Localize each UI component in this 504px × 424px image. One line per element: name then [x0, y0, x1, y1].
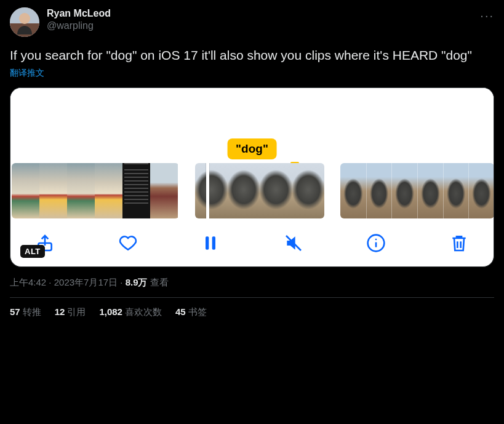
heart-icon[interactable]: [117, 232, 139, 254]
translate-link[interactable]: 翻译推文: [10, 68, 494, 79]
timeline-frame: [228, 163, 260, 218]
views-label: 查看: [148, 277, 169, 287]
timeline-frame: [39, 163, 67, 218]
video-timeline[interactable]: [10, 163, 494, 218]
svg-rect-5: [212, 237, 215, 250]
caption-area: "dog": [10, 138, 494, 163]
svg-rect-4: [206, 237, 209, 250]
mute-icon[interactable]: [282, 232, 305, 254]
likes-stat[interactable]: 1,082喜欢次数: [99, 306, 162, 318]
timeline-frame: [95, 163, 122, 218]
likes-count: 1,082: [99, 306, 122, 317]
meta-row: 上午4:42 · 2023年7月17日 · 8.9万 查看: [10, 277, 494, 289]
stats-row: 57转推 12引用 1,082喜欢次数 45书签: [10, 298, 494, 318]
tweet-date[interactable]: 2023年7月17日: [54, 277, 118, 287]
tweet-container: Ryan McLeod @warpling ··· If you search …: [0, 0, 504, 318]
clip-group-2[interactable]: [195, 163, 324, 218]
timeline-frame: [391, 163, 417, 218]
quotes-stat[interactable]: 12引用: [55, 306, 86, 318]
pause-icon[interactable]: [199, 232, 222, 254]
timeline-frame: [417, 163, 443, 218]
tweet-header: Ryan McLeod @warpling ···: [10, 7, 494, 37]
tweet-text: If you search for "dog" on iOS 17 it'll …: [10, 47, 494, 64]
caption-pill: "dog": [227, 138, 277, 159]
avatar[interactable]: [10, 7, 39, 37]
quotes-label: 引用: [67, 306, 86, 317]
timeline-frame: [366, 163, 392, 218]
handle[interactable]: @warpling: [47, 20, 111, 32]
retweets-count: 57: [10, 306, 20, 317]
timeline-frame: [195, 163, 228, 218]
views-count: 8.9万: [126, 277, 148, 287]
timeline-frame: [122, 163, 150, 218]
svg-point-2: [19, 13, 30, 24]
likes-label: 喜欢次数: [125, 306, 162, 317]
timeline-frame: [468, 163, 494, 218]
media-card[interactable]: "dog": [10, 87, 494, 267]
bookmarks-count: 45: [175, 306, 186, 317]
separator: ·: [118, 277, 126, 287]
timeline-frame: [12, 163, 39, 218]
more-icon[interactable]: ···: [478, 6, 497, 25]
author-names: Ryan McLeod @warpling: [47, 7, 111, 32]
timeline-frame: [340, 163, 366, 218]
svg-point-9: [375, 239, 377, 241]
tweet-time[interactable]: 上午4:42: [10, 277, 46, 287]
separator: ·: [46, 277, 54, 287]
bookmarks-label: 书签: [188, 306, 207, 317]
media-top-space: [10, 88, 494, 138]
alt-badge[interactable]: ALT: [20, 245, 45, 258]
retweets-label: 转推: [23, 306, 41, 317]
quotes-count: 12: [55, 306, 65, 317]
bookmarks-stat[interactable]: 45书签: [175, 306, 207, 318]
playhead[interactable]: [206, 163, 209, 218]
media-toolbar: [10, 218, 494, 258]
trash-icon[interactable]: [448, 232, 470, 254]
clip-group-1[interactable]: [12, 163, 179, 218]
timeline-frame: [443, 163, 469, 218]
timeline-frame: [260, 163, 292, 218]
timeline-frame: [67, 163, 95, 218]
retweets-stat[interactable]: 57转推: [10, 306, 41, 318]
display-name[interactable]: Ryan McLeod: [47, 7, 111, 20]
timeline-frame: [150, 163, 178, 218]
timeline-frame: [292, 163, 325, 218]
clip-group-3[interactable]: [340, 163, 494, 218]
info-icon[interactable]: [365, 232, 387, 254]
